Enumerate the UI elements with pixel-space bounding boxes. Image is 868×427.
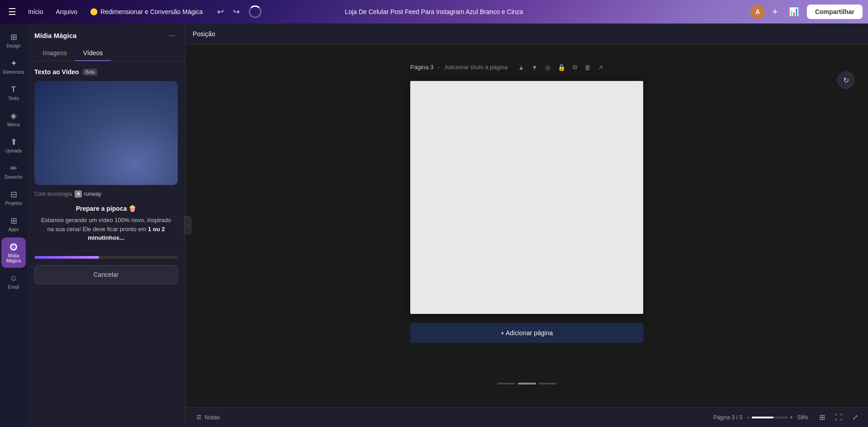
page-ctrl-share[interactable]: ↗: [596, 62, 606, 72]
sidebar-item-texto[interactable]: T Texto: [1, 80, 26, 105]
scroll-dot-2: [518, 383, 536, 384]
sidebar-item-uploads[interactable]: ⬆ Uploads: [1, 133, 26, 158]
sidebar-item-desenho[interactable]: ✏ Desenho: [1, 159, 26, 184]
powered-by-label: Com tecnologia: [34, 191, 72, 197]
undo-button[interactable]: ↩: [213, 5, 228, 19]
canvas-refresh-button[interactable]: ↻: [837, 71, 854, 89]
zoom-percent: 59%: [797, 414, 812, 421]
zoom-bar: − +: [747, 414, 793, 421]
undo-redo-group: ↩ ↪: [213, 5, 243, 19]
topbar-right: A + 📊 Compartilhar: [750, 5, 863, 19]
loading-spinner: [249, 5, 261, 18]
page-separator: -: [438, 64, 440, 71]
sidebar-label-emoji: Emoji: [8, 285, 19, 289]
video-preview: [34, 81, 178, 185]
panel-header: Mídia Mágica ···: [27, 24, 185, 46]
bottom-right: Página 3 / 3 − + 59% ⊞ ⛶ ⤢: [713, 411, 861, 423]
runway-label: runway: [84, 191, 101, 197]
position-label: Posição: [193, 30, 215, 38]
generating-desc: Estamos gerando um vídeo 100% novo, insp…: [38, 216, 174, 242]
topbar: ☰ Início Arquivo 🟡 Redimensionar e Conve…: [0, 0, 868, 24]
canvas-area: Posição Página 3 - Adicionar título à pá…: [185, 24, 868, 427]
panel-tabs: Imagens Vídeos: [27, 46, 185, 61]
tab-videos[interactable]: Vídeos: [75, 46, 111, 61]
canvas-page[interactable]: [410, 81, 643, 314]
apps-icon: ⊞: [9, 216, 19, 226]
menu-icon[interactable]: ☰: [5, 4, 19, 20]
hide-panel-button[interactable]: ‹: [184, 216, 191, 234]
fullscreen-button[interactable]: ⛶: [832, 412, 845, 423]
file-nav-item[interactable]: Arquivo: [50, 5, 82, 18]
grid-view-button[interactable]: ⊞: [816, 411, 828, 423]
sidebar-label-uploads: Uploads: [5, 148, 22, 153]
desenho-icon: ✏: [9, 163, 19, 173]
progress-bar-container: [34, 256, 178, 259]
redo-button[interactable]: ↪: [229, 5, 243, 19]
magic-emoji: 🟡: [90, 8, 98, 15]
elementos-icon: ✦: [9, 58, 19, 68]
section-title-row: Texto ao Vídeo Beta: [34, 68, 178, 76]
bottom-bar: ☰ Notas Página 3 / 3 − + 59% ⊞ ⛶ ⤢: [185, 407, 868, 427]
video-preview-inner: [34, 81, 178, 185]
sidebar-label-marca: Marca: [7, 122, 20, 127]
scroll-dot-3: [539, 383, 557, 384]
design-icon: ⊞: [9, 32, 19, 42]
beta-badge: Beta: [83, 69, 98, 76]
user-avatar[interactable]: A: [750, 5, 765, 19]
page-ctrl-lock[interactable]: 🔒: [555, 62, 568, 72]
runway-logo: R runway: [75, 190, 101, 198]
cancel-button[interactable]: Cancelar: [34, 265, 178, 284]
page-ctrl-down[interactable]: ▼: [529, 62, 540, 72]
midia-magica-icon: [9, 242, 19, 252]
progress-bar-fill: [34, 256, 99, 259]
add-button[interactable]: +: [769, 5, 781, 19]
page-ctrl-eye[interactable]: ◎: [543, 62, 553, 72]
notes-label: Notas: [204, 414, 220, 421]
marca-icon: ◈: [9, 111, 19, 121]
sidebar-label-midia-magica: Mídia Mágica: [4, 253, 23, 263]
sidebar-label-texto: Texto: [8, 96, 19, 101]
zoom-minus[interactable]: −: [747, 414, 750, 421]
left-panel: Mídia Mágica ··· Imagens Vídeos Texto ao…: [27, 24, 185, 427]
sidebar-item-design[interactable]: ⊞ Design: [1, 28, 26, 53]
sidebar-item-midia-magica[interactable]: Mídia Mágica: [1, 237, 26, 268]
notes-icon: ☰: [196, 414, 202, 421]
page-info: Página 3 / 3: [713, 414, 742, 421]
document-title: Loja De Celular Post Feed Para Instagram…: [345, 8, 523, 15]
canvas-scroll[interactable]: Página 3 - Adicionar título à página ▲ ▼…: [185, 44, 868, 407]
page-ctrl-copy[interactable]: ⧉: [570, 62, 579, 72]
page-add-title[interactable]: Adicionar título à página: [445, 64, 508, 71]
generating-title: Prepare a pipoca 🍿: [38, 205, 174, 212]
panel-more-button[interactable]: ···: [166, 30, 178, 41]
runway-icon: R: [75, 190, 82, 198]
home-nav-item[interactable]: Início: [23, 5, 48, 18]
panel-body: Texto ao Vídeo Beta Com tecnologia R run…: [27, 61, 185, 427]
magic-resize-btn[interactable]: 🟡 Redimensionar e Conversão Mágica: [85, 5, 208, 18]
expand-button[interactable]: ⤢: [849, 411, 861, 423]
texto-icon: T: [9, 85, 19, 95]
generating-section: Prepare a pipoca 🍿 Estamos gerando um ví…: [34, 205, 178, 250]
emoji-icon: ☺: [9, 273, 19, 283]
sidebar-label-projetos: Projetos: [5, 201, 22, 206]
main-content: ⊞ Design ✦ Elementos T Texto ◈ Marca ⬆ U…: [0, 24, 868, 427]
page-container: Página 3 - Adicionar título à página ▲ ▼…: [410, 62, 643, 343]
sidebar-item-emoji[interactable]: ☺ Emoji: [1, 269, 26, 294]
notes-button[interactable]: ☰ Notas: [193, 412, 223, 422]
topbar-nav: Início Arquivo 🟡 Redimensionar e Convers…: [23, 5, 208, 18]
page-ctrl-up[interactable]: ▲: [516, 62, 526, 72]
add-page-button[interactable]: + Adicionar página: [410, 323, 643, 343]
scroll-dot-1: [497, 383, 515, 384]
sidebar-item-elementos[interactable]: ✦ Elementos: [1, 54, 26, 79]
sidebar-item-apps[interactable]: ⊞ Apps: [1, 211, 26, 237]
zoom-plus[interactable]: +: [790, 414, 793, 421]
uploads-icon: ⬆: [9, 137, 19, 147]
zoom-slider[interactable]: [752, 417, 788, 418]
page-ctrl-trash[interactable]: 🗑: [582, 62, 593, 72]
svg-point-1: [11, 245, 16, 249]
sidebar-label-desenho: Desenho: [5, 175, 23, 180]
sidebar-item-projetos[interactable]: ⊟ Projetos: [1, 185, 26, 210]
sidebar-item-marca[interactable]: ◈ Marca: [1, 106, 26, 132]
tab-imagens[interactable]: Imagens: [34, 46, 75, 61]
share-button[interactable]: Compartilhar: [807, 5, 863, 19]
stats-button[interactable]: 📊: [785, 5, 802, 19]
